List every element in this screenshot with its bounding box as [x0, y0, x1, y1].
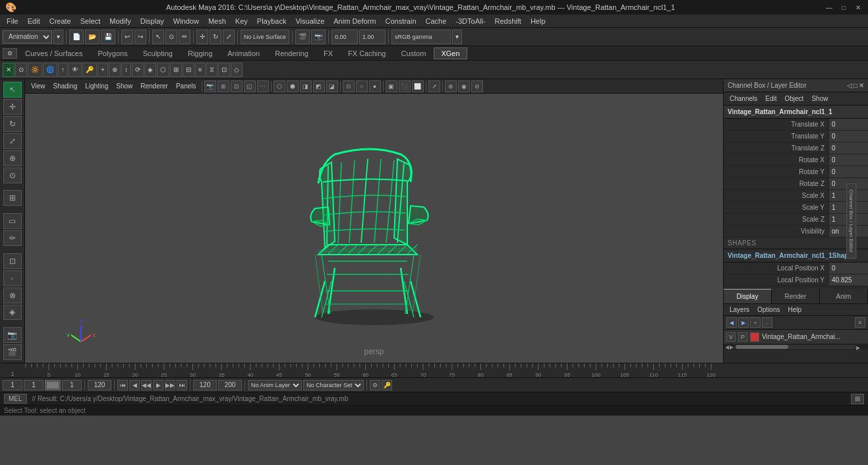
play-back-btn[interactable]: ◀◀ [141, 380, 152, 390]
current-frame-start[interactable] [3, 380, 22, 390]
go-to-start-btn[interactable]: ⏮ [117, 380, 128, 390]
current-frame[interactable] [24, 380, 43, 390]
vp-menu-shading[interactable]: Shading [50, 81, 81, 91]
vp-icon-12[interactable]: ○ [356, 80, 368, 92]
menu-window[interactable]: Window [169, 16, 203, 26]
menu-mesh[interactable]: Mesh [204, 16, 230, 26]
scale-field[interactable]: 1.00 [359, 30, 386, 44]
menu-cache[interactable]: Cache [422, 16, 451, 26]
xgen-icon-19[interactable]: ◇ [231, 63, 243, 77]
layer-remove-btn[interactable]: - [762, 317, 772, 328]
anim-settings-btn[interactable]: ⚙ [370, 380, 380, 390]
cb-menu-edit[interactable]: Edit [762, 94, 780, 104]
attribute-editor-tab[interactable]: Channel Box / Layer Editor [847, 183, 857, 259]
tab-fx[interactable]: FX [316, 47, 340, 59]
smooth-btn[interactable]: ⬢ [287, 80, 299, 92]
scroll-right-end-btn[interactable]: ▶ [856, 345, 860, 351]
snap-grid-btn[interactable]: ⊡ [3, 253, 22, 269]
vp-icon-18[interactable]: ⊕ [445, 80, 457, 92]
layer-color-swatch[interactable] [750, 332, 759, 342]
soft-mod-btn[interactable]: ⊙ [3, 168, 22, 183]
vp-icon-9[interactable]: ◩ [313, 80, 325, 92]
xgen-icon-9[interactable]: ⊕ [109, 63, 121, 77]
menu-playback[interactable]: Playback [253, 16, 291, 26]
vp-menu-lighting[interactable]: Lighting [82, 81, 111, 91]
channel-value-lpy[interactable]: 40.825 [828, 274, 868, 286]
xgen-icon-13[interactable]: ⬡ [157, 63, 169, 77]
menu-select[interactable]: Select [76, 16, 105, 26]
layer-visibility-v[interactable]: V [726, 332, 736, 342]
frame-all-btn[interactable]: ⊞ [217, 80, 229, 92]
menu-redshift[interactable]: Redshift [491, 16, 525, 26]
xgen-icon-6[interactable]: 👁 [69, 63, 82, 77]
vp-menu-show[interactable]: Show [113, 81, 136, 91]
menu-edit[interactable]: Edit [24, 16, 44, 26]
tab-polygons[interactable]: Polygons [90, 47, 134, 59]
undo-button[interactable]: ↩ [121, 30, 133, 44]
channel-value-ry[interactable]: 0 [828, 166, 868, 177]
translate-x-field[interactable]: 0.00 [332, 30, 358, 44]
paint-select-btn[interactable]: ✏ [3, 230, 22, 246]
menu-modify[interactable]: Modify [105, 16, 134, 26]
tab-sculpting[interactable]: Sculpting [136, 47, 180, 59]
vp-icon-15[interactable]: ⬛ [399, 80, 411, 92]
snap-point-btn[interactable]: ⊗ [3, 288, 22, 303]
save-scene-button[interactable]: 💾 [101, 30, 115, 44]
camera-select-btn[interactable]: 📷 [204, 80, 216, 92]
render-btn-lt[interactable]: 🎬 [3, 344, 22, 360]
channel-value-tx[interactable]: 0 [828, 119, 868, 130]
channel-box-float-btn[interactable]: □ [854, 82, 857, 89]
xgen-icon-5[interactable]: ↑ [58, 63, 68, 77]
tab-settings-btn[interactable]: ⚙ [3, 48, 17, 59]
anim-end-frame[interactable] [193, 380, 217, 390]
menu-anim-deform[interactable]: Anim Deform [330, 16, 380, 26]
xgen-icon-1[interactable]: ✕ [3, 63, 14, 77]
select-button[interactable]: ↖ [152, 30, 164, 44]
vp-icon-20[interactable]: ⊘ [471, 80, 483, 92]
tab-rigging[interactable]: Rigging [181, 47, 219, 59]
move-button[interactable]: ✛ [196, 30, 208, 44]
layer-menu-layers[interactable]: Layers [726, 305, 753, 315]
tab-curves-surfaces[interactable]: Curves / Surfaces [18, 47, 90, 59]
channel-box-close-btn[interactable]: ✕ [859, 82, 864, 89]
anim-end-frame-2[interactable] [218, 380, 242, 390]
menu-create[interactable]: Create [45, 16, 75, 26]
go-to-end-btn[interactable]: ⏭ [177, 380, 187, 390]
color-space-dropdown[interactable]: ▾ [452, 30, 462, 44]
vp-menu-panels[interactable]: Panels [173, 81, 200, 91]
layer-menu-options[interactable]: Options [754, 305, 783, 315]
channel-value-tz[interactable]: 0 [828, 142, 868, 154]
tab-xgen[interactable]: XGen [434, 47, 467, 59]
timeline-ruler[interactable]: // Timeline ticks will be drawn in JS 51… [22, 363, 865, 377]
channel-box-collapse-btn[interactable]: ◁ [847, 82, 852, 89]
paint-button[interactable]: ✏ [179, 30, 190, 44]
camera-btn[interactable]: 📷 [311, 30, 326, 44]
layer-color-right-btn[interactable]: ▶ [738, 317, 749, 328]
layer-add-btn[interactable]: + [750, 317, 761, 328]
xgen-icon-15[interactable]: ⊟ [183, 63, 194, 77]
color-space-btn[interactable]: sRGB gamma [391, 30, 451, 44]
layer-menu-btn[interactable]: ≡ [855, 317, 865, 328]
region-select-btn[interactable]: ▭ [3, 213, 22, 229]
vp-menu-view[interactable]: View [28, 81, 49, 91]
menu-display[interactable]: Display [136, 16, 168, 26]
close-button[interactable]: ✕ [854, 3, 863, 12]
scroll-right-btn[interactable]: ▶ [730, 344, 734, 350]
tab-fx-caching[interactable]: FX Caching [341, 47, 393, 59]
xgen-icon-11[interactable]: ⟳ [132, 63, 144, 77]
menu-visualize[interactable]: Visualize [291, 16, 328, 26]
maximize-button[interactable]: □ [839, 3, 848, 12]
xgen-icon-3[interactable]: 🔆 [28, 63, 42, 77]
xgen-icon-8[interactable]: + [98, 63, 108, 77]
xgen-icon-4[interactable]: 🌀 [43, 63, 57, 77]
vp-icon-11[interactable]: ⊙ [343, 80, 355, 92]
anim-key-btn[interactable]: 🔑 [382, 380, 392, 390]
menu-constrain[interactable]: Constrain [381, 16, 420, 26]
camera-btn-lt[interactable]: 📷 [3, 327, 22, 343]
vp-icon-5[interactable]: ⋯ [257, 80, 269, 92]
snap-surface-btn[interactable]: ◈ [3, 305, 22, 321]
step-back-btn[interactable]: ◀ [129, 380, 140, 390]
layer-menu-help[interactable]: Help [784, 305, 805, 315]
vp-icon-16[interactable]: ⬜ [412, 80, 424, 92]
channel-value-rx[interactable]: 0 [828, 154, 868, 166]
